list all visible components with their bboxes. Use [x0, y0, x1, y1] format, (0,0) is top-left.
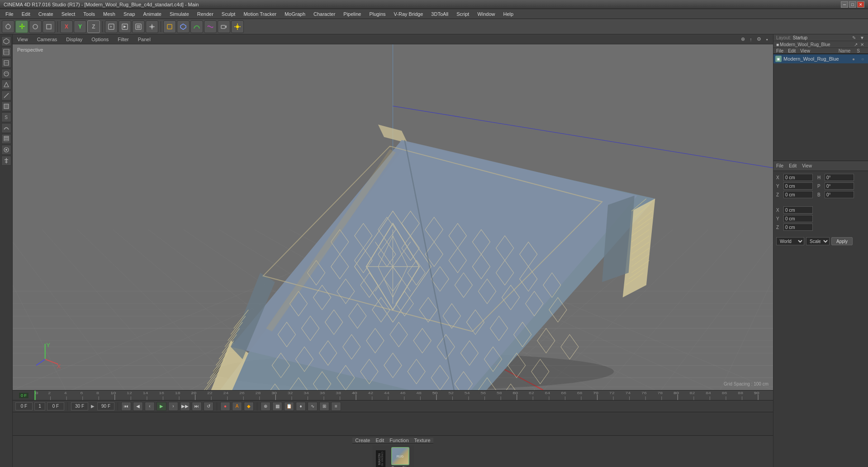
menu-tools[interactable]: Tools — [80, 10, 99, 18]
y-axis-btn[interactable]: Y — [74, 20, 86, 33]
vp-menu-options[interactable]: Options — [90, 36, 110, 43]
prev-frame-btn[interactable]: ‹ — [145, 402, 155, 411]
record-btn[interactable]: ● — [220, 402, 230, 411]
move-tool-btn[interactable]: ✛ — [15, 20, 28, 33]
menu-mesh[interactable]: Mesh — [100, 10, 119, 18]
rotate-tool-btn[interactable] — [29, 20, 42, 33]
sidebar-poly-btn[interactable] — [1, 101, 11, 111]
light-btn[interactable] — [231, 20, 244, 33]
auto-key-btn[interactable]: A — [232, 402, 242, 411]
x-position-input[interactable] — [783, 174, 813, 181]
object-item-rug[interactable]: ▣ Modern_Wool_Rug_Blue ● ○ — [773, 54, 868, 63]
layout-edit-icon[interactable]: ✎ — [851, 34, 857, 41]
vp-menu-display[interactable]: Display — [64, 36, 84, 43]
menu-pipeline[interactable]: Pipeline — [340, 10, 365, 18]
motion-system-btn[interactable]: ⊕ — [261, 402, 270, 411]
menu-file[interactable]: File — [2, 10, 17, 18]
sidebar-texture-btn[interactable] — [1, 47, 11, 57]
sidebar-edge-btn[interactable] — [1, 91, 11, 100]
vp-lock-icon[interactable]: ⊕ — [740, 36, 746, 43]
timeline-btn[interactable]: 📋 — [284, 402, 294, 411]
spline-btn[interactable] — [190, 20, 203, 33]
maximize-button[interactable]: □ — [849, 1, 856, 8]
render-settings-btn[interactable] — [146, 20, 158, 33]
sidebar-point-btn[interactable] — [1, 80, 11, 90]
menu-select[interactable]: Select — [58, 10, 79, 18]
h-rotation-input[interactable] — [825, 174, 854, 181]
mat-menu-create[interactable]: Create — [355, 438, 370, 443]
coord-menu-view[interactable]: View — [802, 163, 812, 168]
loop-btn[interactable]: ↺ — [204, 402, 213, 411]
play-btn[interactable]: ▶ — [157, 402, 166, 411]
extra-btn[interactable]: ≡ — [331, 402, 341, 411]
sidebar-rig-btn[interactable] — [1, 156, 11, 166]
obj-menu-view[interactable]: View — [800, 48, 810, 53]
y-scale-input[interactable] — [783, 215, 813, 222]
vp-menu-cameras[interactable]: Cameras — [35, 36, 59, 43]
menu-edit[interactable]: Edit — [18, 10, 34, 18]
p-rotation-input[interactable] — [825, 182, 854, 190]
sidebar-layer-btn[interactable] — [1, 134, 11, 144]
menu-3dtoall[interactable]: 3DToAll — [427, 10, 452, 18]
dope-btn[interactable]: ♦ — [296, 402, 306, 411]
sidebar-deform-btn[interactable] — [1, 123, 11, 133]
play-back-btn[interactable]: ◀ — [133, 402, 143, 411]
menu-plugins[interactable]: Plugins — [365, 10, 389, 18]
camera-btn[interactable] — [218, 20, 230, 33]
menu-help[interactable]: Help — [500, 10, 517, 18]
fcurve-btn[interactable]: ∿ — [308, 402, 318, 411]
z-axis-btn[interactable]: Z — [87, 20, 100, 33]
vp-menu-panel[interactable]: Panel — [136, 36, 152, 43]
next-frame-btn[interactable]: › — [168, 402, 178, 411]
interactive-render-btn[interactable] — [132, 20, 145, 33]
play-fwd-btn[interactable]: ▶▶ — [180, 402, 190, 411]
go-end-btn[interactable]: ⏭ — [192, 402, 202, 411]
sidebar-sculpt-btn[interactable] — [1, 69, 11, 79]
mat-menu-edit[interactable]: Edit — [375, 438, 384, 443]
menu-snap[interactable]: Snap — [120, 10, 139, 18]
sidebar-param-btn[interactable]: S — [1, 112, 11, 122]
key-btn[interactable]: ◆ — [244, 402, 254, 411]
preview-frame-input[interactable] — [47, 402, 64, 410]
coord-menu-file[interactable]: File — [776, 163, 783, 168]
menu-motion-tracker[interactable]: Motion Tracker — [240, 10, 280, 18]
b-rotation-input[interactable] — [825, 191, 854, 198]
vp-settings-icon[interactable]: ⚙ — [756, 36, 762, 43]
ik-btn[interactable]: ▦ — [272, 402, 282, 411]
x-scale-input[interactable] — [783, 206, 813, 214]
vp-maximize-icon[interactable]: ▪ — [764, 36, 770, 43]
material-item[interactable]: RUG Rug_Blu — [390, 447, 410, 467]
close-button[interactable]: ✕ — [857, 1, 864, 8]
current-frame-input[interactable] — [15, 402, 33, 410]
motion-blend-btn[interactable]: ⊞ — [319, 402, 329, 411]
menu-mograph[interactable]: MoGraph — [281, 10, 309, 18]
obj-panel-expand[interactable]: ↗ — [853, 41, 859, 48]
object-render-icon[interactable]: ○ — [859, 55, 866, 62]
menu-render[interactable]: Render — [194, 10, 217, 18]
vp-frame-icon[interactable]: ↑ — [748, 36, 754, 43]
menu-character[interactable]: Character — [310, 10, 339, 18]
z-position-input[interactable] — [783, 191, 813, 198]
tool-mode-btn[interactable] — [2, 20, 14, 33]
minimize-button[interactable]: ─ — [841, 1, 848, 8]
scale-dropdown[interactable]: Scale Size — [806, 237, 830, 245]
x-axis-btn[interactable]: X — [60, 20, 73, 33]
menu-simulate[interactable]: Simulate — [166, 10, 193, 18]
mat-menu-function[interactable]: Function — [389, 438, 408, 443]
obj-menu-edit[interactable]: Edit — [788, 48, 796, 53]
menu-window[interactable]: Window — [474, 10, 498, 18]
sidebar-material-btn[interactable] — [1, 145, 11, 155]
sidebar-mesh-btn[interactable] — [1, 58, 11, 68]
scale-tool-btn[interactable] — [43, 20, 55, 33]
world-dropdown[interactable]: World Local — [776, 237, 804, 245]
apply-button[interactable]: Apply — [831, 237, 853, 245]
coord-menu-edit[interactable]: Edit — [789, 163, 797, 168]
menu-sculpt[interactable]: Sculpt — [218, 10, 239, 18]
menu-animate[interactable]: Animate — [140, 10, 165, 18]
deformer-btn[interactable] — [204, 20, 217, 33]
menu-script[interactable]: Script — [453, 10, 473, 18]
3d-viewport[interactable]: Y X Perspective Grid Spacing : 100 cm — [13, 44, 773, 390]
menu-vray[interactable]: V-Ray Bridge — [390, 10, 427, 18]
sidebar-model-btn[interactable] — [1, 36, 11, 46]
polygon-btn[interactable] — [177, 20, 190, 33]
